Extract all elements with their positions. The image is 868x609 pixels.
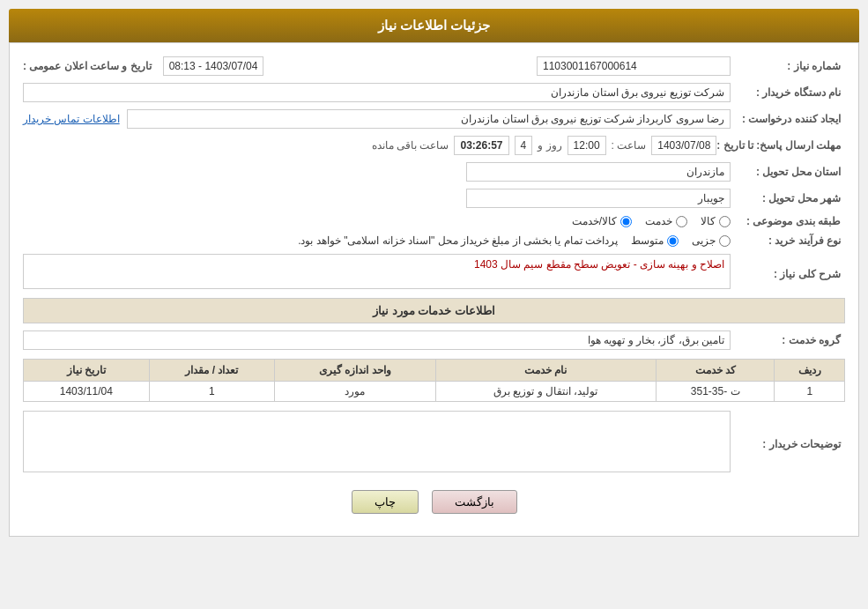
col-header-code: کد خدمت (656, 360, 775, 382)
col-header-name: نام خدمت (435, 360, 656, 382)
creator-value: رضا سروی کاربرداز شرکت توزیع نیروی برق ا… (127, 109, 731, 129)
announce-date-label: تاریخ و ساعت اعلان عمومی : (23, 60, 156, 72)
category-khadamat-label: خدمت (645, 215, 672, 227)
purchaseType-mottaset-item[interactable]: متوسط (631, 234, 679, 247)
col-header-quantity: تعداد / مقدار (149, 360, 274, 382)
reply-time-value: 12:00 (568, 136, 606, 155)
purchaseType-mottaset-radio[interactable] (667, 235, 679, 247)
reply-days-value: 4 (515, 136, 533, 155)
buyerDesc-label: توضیحات خریدار : (731, 434, 845, 450)
services-section-header: اطلاعات خدمات مورد نیاز (23, 298, 845, 323)
table-row: 1 ت -35-351 تولید، انتقال و توزیع برق مو… (24, 382, 845, 402)
buyerOrg-label: نام دستگاه خریدار : (731, 86, 845, 99)
page-title: جزئیات اطلاعات نیاز (9, 9, 859, 42)
services-table-section: ردیف کد خدمت نام خدمت واحد اندازه گیری ت… (23, 359, 845, 402)
category-khadamat-radio[interactable] (676, 216, 687, 227)
purchaseType-jozii-radio[interactable] (719, 235, 731, 247)
needDesc-value: اصلاح و بهینه سازی - تعویض سطح مقطع سیم … (23, 254, 731, 289)
needNumber-label: شماره نیاز : (731, 60, 845, 72)
serviceGroup-value: تامین برق، گاز، بخار و تهویه هوا (23, 330, 731, 350)
purchaseType-mottaset-label: متوسط (631, 234, 664, 247)
cell-unit: مورد (275, 382, 436, 402)
needNumber-value: 1103001167000614 (537, 56, 731, 76)
creator-label: ایجاد کننده درخواست : (731, 113, 845, 125)
category-kalaKhadamat-item[interactable]: کالا/خدمت (572, 215, 632, 227)
serviceGroup-label: گروه خدمت : (731, 334, 845, 346)
province-value: مازندران (466, 162, 731, 182)
category-kala-label: کالا (701, 215, 716, 227)
reply-date-value: 1403/07/08 (651, 136, 716, 155)
col-header-date: تاریخ نیاز (24, 360, 150, 382)
category-kala-radio[interactable] (719, 216, 731, 227)
buyerDesc-value[interactable] (23, 411, 731, 472)
buyerOrg-value: شرکت توزیع نیروی برق استان مازندران (23, 83, 731, 102)
creator-contact-link[interactable]: اطلاعات تماس خریدار (23, 113, 120, 125)
category-kalaKhadamat-radio[interactable] (620, 216, 632, 227)
purchaseType-jozii-item[interactable]: جزیی (692, 234, 731, 247)
services-table: ردیف کد خدمت نام خدمت واحد اندازه گیری ت… (23, 359, 845, 402)
cell-quantity: 1 (149, 382, 274, 402)
reply-remaining-value: 03:26:57 (454, 136, 508, 155)
purchaseType-note: پرداخت تمام یا بخشی از مبلغ خریداز محل "… (23, 234, 618, 247)
purchaseType-label: نوع فرآیند خرید : (731, 234, 845, 247)
needDesc-label: شرح کلی نیاز : (731, 264, 845, 280)
category-khadamat-item[interactable]: خدمت (645, 215, 687, 227)
cell-code: ت -35-351 (656, 382, 775, 402)
reply-time-label: ساعت : (612, 139, 647, 152)
city-label: شهر محل تحویل : (731, 192, 845, 204)
cell-name: تولید، انتقال و توزیع برق (435, 382, 656, 402)
purchaseType-jozii-label: جزیی (692, 234, 716, 247)
cell-row: 1 (775, 382, 845, 402)
buttons-row: بازگشت چاپ (23, 490, 845, 523)
cell-date: 1403/11/04 (24, 382, 150, 402)
reply-remaining-label: ساعت باقی مانده (372, 139, 449, 152)
reply-days-label: روز و (538, 139, 561, 152)
replyDate-label: مهلت ارسال پاسخ: تا تاریخ : (716, 139, 845, 152)
col-header-unit: واحد اندازه گیری (275, 360, 436, 382)
col-header-row: ردیف (775, 360, 845, 382)
city-value: جویبار (466, 189, 731, 208)
category-kalaKhadamat-label: کالا/خدمت (572, 215, 617, 227)
province-label: استان محل تحویل : (731, 166, 845, 178)
print-button[interactable]: چاپ (352, 490, 419, 514)
category-kala-item[interactable]: کالا (701, 215, 731, 227)
category-label: طبقه بندی موضوعی : (731, 215, 845, 227)
announce-date-value: 1403/07/04 - 08:13 (163, 56, 264, 76)
back-button[interactable]: بازگشت (432, 490, 517, 514)
